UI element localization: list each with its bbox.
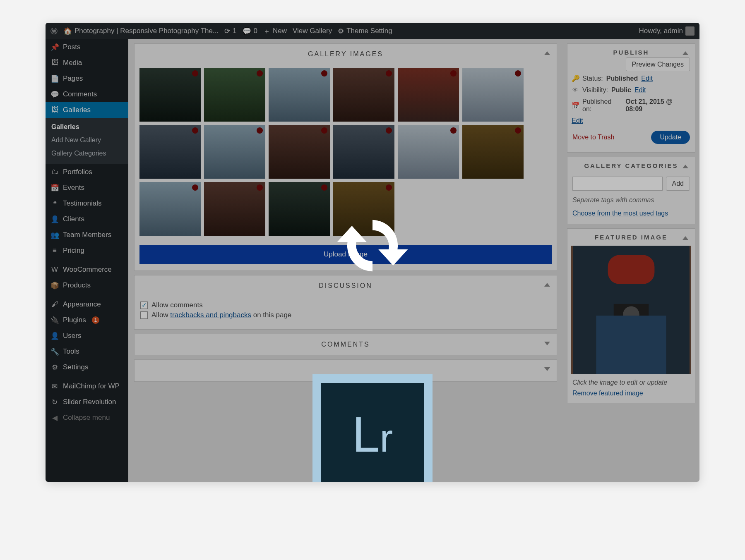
sync-icon <box>335 213 410 279</box>
wordpress-screenshot: ⓦ 🏠 Photography | Responsive Photography… <box>46 23 699 482</box>
sidebar-item-users[interactable]: 👤Users <box>46 328 128 344</box>
edit-status-link[interactable]: Edit <box>641 75 653 82</box>
sidebar-item-comments[interactable]: 💬Comments <box>46 86 128 102</box>
toggle-icon[interactable] <box>683 236 688 240</box>
edit-visibility-link[interactable]: Edit <box>634 86 646 94</box>
add-category-button[interactable]: Add <box>666 177 690 191</box>
sidebar-item-products[interactable]: 📦Products <box>46 278 128 293</box>
site-link[interactable]: 🏠 Photography | Responsive Photography T… <box>63 27 219 36</box>
updates-link[interactable]: ⟳ 1 <box>224 27 236 36</box>
howdy-link[interactable]: Howdy, admin <box>639 26 695 36</box>
sidebar-sub-gallery-categories[interactable]: Gallery Categories <box>46 147 128 160</box>
sidebar-item-settings[interactable]: ⚙Settings <box>46 359 128 375</box>
publish-panel: PUBLISH Preview Changes 🔑Status: Publish… <box>567 43 695 153</box>
delete-icon[interactable] <box>321 127 327 134</box>
svg-rect-1 <box>608 255 655 284</box>
allow-comments-checkbox[interactable]: ✓Allow comments <box>140 301 551 309</box>
sidebar-item-slider-revolution[interactable]: ↻Slider Revolution <box>46 394 128 410</box>
gallery-thumb[interactable] <box>139 125 201 179</box>
toggle-icon[interactable] <box>544 342 550 345</box>
featured-image[interactable] <box>571 246 691 374</box>
eye-icon: 👁 <box>572 86 579 94</box>
remove-featured-link[interactable]: Remove featured image <box>572 390 643 397</box>
gallery-thumb[interactable] <box>333 125 394 179</box>
allow-trackbacks-checkbox[interactable]: Allow trackbacks and pingbacks on this p… <box>140 311 551 319</box>
sidebar-item-label: Galleries <box>63 106 91 114</box>
sidebar-item-appearance[interactable]: 🖌Appearance <box>46 297 128 312</box>
gallery-icon: 🖼 <box>50 106 59 114</box>
toggle-icon[interactable] <box>683 51 688 55</box>
delete-icon[interactable] <box>192 70 198 77</box>
preview-changes-button[interactable]: Preview Changes <box>626 57 690 71</box>
sidebar-item-tools[interactable]: 🔧Tools <box>46 344 128 359</box>
sidebar-item-clients[interactable]: 👤Clients <box>46 211 128 227</box>
toggle-icon[interactable] <box>544 51 550 55</box>
gallery-categories-panel: GALLERY CATEGORIES Add Separate tags wit… <box>567 157 695 224</box>
admin-bar: ⓦ 🏠 Photography | Responsive Photography… <box>46 23 699 39</box>
sidebar-item-events[interactable]: 📅Events <box>46 180 128 196</box>
delete-icon[interactable] <box>450 127 457 134</box>
sidebar-item-testimonials[interactable]: ❝Testimonials <box>46 196 128 211</box>
delete-icon[interactable] <box>515 70 521 77</box>
gallery-thumb[interactable] <box>398 68 459 122</box>
delete-icon[interactable] <box>386 70 392 77</box>
gallery-thumb[interactable] <box>462 68 524 122</box>
delete-icon[interactable] <box>257 184 263 191</box>
wp-logo-icon[interactable]: ⓦ <box>50 26 58 36</box>
trackbacks-link[interactable]: trackbacks and pingbacks <box>170 311 251 319</box>
sidebar-item-plugins[interactable]: 🔌Plugins1 <box>46 312 128 328</box>
gallery-thumb[interactable] <box>204 68 265 122</box>
gallery-thumb[interactable] <box>462 125 524 179</box>
toggle-icon[interactable] <box>544 367 550 371</box>
comments-link[interactable]: 💬 0 <box>243 27 257 36</box>
delete-icon[interactable] <box>321 70 327 77</box>
delete-icon[interactable] <box>321 184 327 191</box>
gallery-thumb[interactable] <box>333 68 394 122</box>
view-gallery-link[interactable]: View Gallery <box>293 27 332 35</box>
delete-icon[interactable] <box>515 127 521 134</box>
gallery-thumb[interactable] <box>398 125 459 179</box>
key-icon: 🔑 <box>572 74 579 82</box>
edit-date-link[interactable]: Edit <box>572 117 583 124</box>
right-sidebar: PUBLISH Preview Changes 🔑Status: Publish… <box>563 39 699 482</box>
delete-icon[interactable] <box>192 184 198 191</box>
sidebar-item-team-members[interactable]: 👥Team Members <box>46 227 128 243</box>
discussion-panel: DISCUSSION ✓Allow comments Allow trackba… <box>134 275 557 330</box>
delete-icon[interactable] <box>257 127 263 134</box>
category-input[interactable] <box>572 177 663 191</box>
update-button[interactable]: Update <box>651 131 690 144</box>
sidebar-item-woocommerce[interactable]: WWooCommerce <box>46 262 128 278</box>
sidebar-sub-galleries[interactable]: Galleries <box>46 120 128 134</box>
delete-icon[interactable] <box>386 127 392 134</box>
theme-setting-link[interactable]: ⚙ Theme Setting <box>338 27 392 36</box>
gallery-thumb[interactable] <box>204 182 265 236</box>
gallery-thumb[interactable] <box>269 182 330 236</box>
collapse-menu[interactable]: ◀ Collapse menu <box>46 410 128 426</box>
gallery-thumb[interactable] <box>204 125 265 179</box>
delete-icon[interactable] <box>192 127 198 134</box>
panel-title: COMMENTS <box>135 334 557 355</box>
sidebar-item-media[interactable]: 🖼Media <box>46 55 128 71</box>
toggle-icon[interactable] <box>683 165 688 168</box>
gallery-thumb[interactable] <box>269 68 330 122</box>
sidebar-item-mailchimp-for-wp[interactable]: ✉MailChimp for WP <box>46 378 128 394</box>
sidebar-sub-add-new-gallery[interactable]: Add New Gallery <box>46 134 128 147</box>
delete-icon[interactable] <box>386 184 392 191</box>
sidebar-item-pricing[interactable]: ≡Pricing <box>46 243 128 258</box>
gallery-thumb[interactable] <box>269 125 330 179</box>
sidebar-item-galleries[interactable]: 🖼 Galleries <box>46 102 128 118</box>
choose-tags-link[interactable]: Choose from the most used tags <box>572 210 668 217</box>
gallery-thumb[interactable] <box>139 182 201 236</box>
delete-icon[interactable] <box>450 70 457 77</box>
sidebar-item-portfolios[interactable]: 🗂Portfolios <box>46 164 128 180</box>
gallery-thumb[interactable] <box>139 68 201 122</box>
new-link[interactable]: ＋ New <box>263 26 287 36</box>
admin-sidebar: 📌Posts🖼Media📄Pages💬Comments 🖼 Galleries … <box>46 39 128 482</box>
featured-image-panel: FEATURED IMAGE Click the image to edit o… <box>567 228 695 403</box>
comments-panel: COMMENTS <box>134 334 557 355</box>
move-to-trash-link[interactable]: Move to Trash <box>572 134 614 141</box>
sidebar-item-posts[interactable]: 📌Posts <box>46 39 128 55</box>
delete-icon[interactable] <box>257 70 263 77</box>
toggle-icon[interactable] <box>544 283 550 287</box>
sidebar-item-pages[interactable]: 📄Pages <box>46 71 128 86</box>
